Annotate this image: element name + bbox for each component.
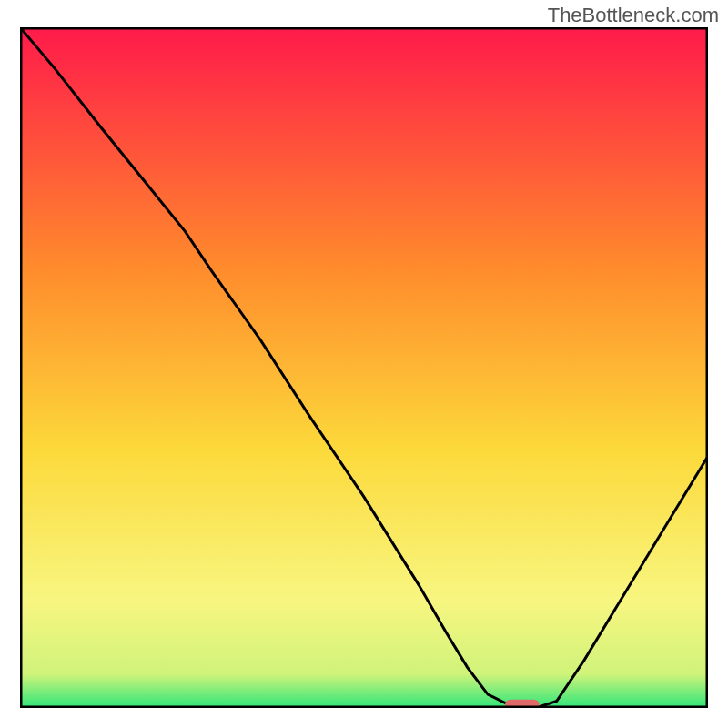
plot-area xyxy=(20,27,708,708)
gradient-background xyxy=(20,27,708,708)
chart-svg xyxy=(20,27,708,708)
chart-container: TheBottleneck.com xyxy=(0,0,728,728)
watermark-label: TheBottleneck.com xyxy=(548,4,719,27)
